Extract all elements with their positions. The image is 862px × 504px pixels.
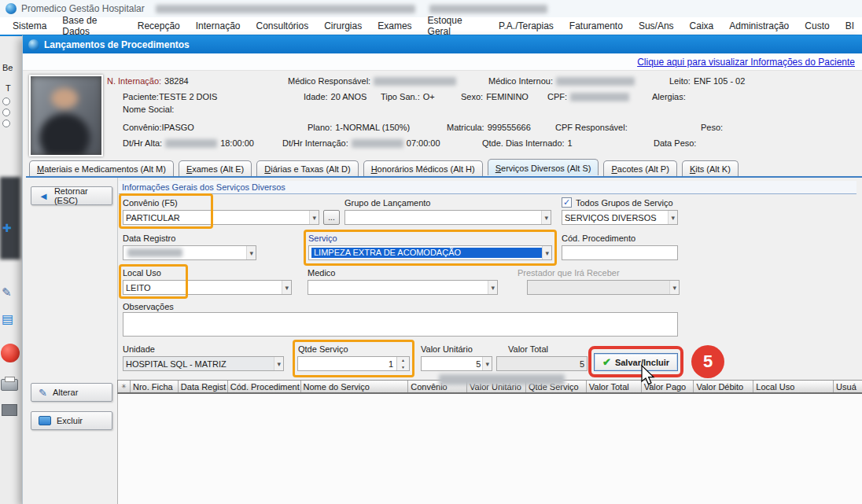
spin-up-icon[interactable]: ▲: [397, 357, 409, 364]
qtde-dias-field: Qtde. Dias Internado: 1: [482, 138, 573, 148]
radio-button-3[interactable]: [2, 120, 10, 127]
menu-exames[interactable]: Exames: [370, 18, 419, 34]
grid-col-local-uso[interactable]: Local Uso: [753, 381, 834, 392]
servico-combobox-value: LIMPEZA EXTRA DE ACOMODAÇÃO: [311, 248, 542, 258]
menu-custo[interactable]: Custo: [797, 18, 837, 34]
menu-sus-ans[interactable]: Sus/Ans: [631, 18, 682, 34]
prestador-label: Prestador que Irá Receber: [518, 268, 620, 278]
annotation-step-badge: 5: [691, 345, 724, 378]
valor-total-field: 5: [496, 356, 588, 371]
grid-col-valor-pago[interactable]: Valor Pago: [642, 381, 694, 392]
menu-pa-terapias[interactable]: P.A./Terapias: [491, 18, 562, 34]
redacted-data-registro: [127, 248, 182, 257]
convenio-combobox[interactable]: PARTICULAR: [123, 210, 319, 225]
grid-col-valor-total[interactable]: Valor Total: [587, 381, 642, 392]
alterar-label: Alterar: [53, 388, 78, 397]
valor-unitario-combobox[interactable]: 5: [421, 356, 492, 371]
window-logo-icon: [28, 39, 39, 50]
redacted-dthr-alta-date: [165, 139, 217, 148]
radio-button-1[interactable]: [2, 97, 10, 105]
leito-label: Leito:: [669, 76, 691, 86]
grid-col-nro-ficha[interactable]: Nro. Ficha: [131, 381, 179, 392]
servico-combobox[interactable]: LIMPEZA EXTRA DE ACOMODAÇÃO: [308, 245, 552, 260]
idade-label: Idade:: [304, 92, 328, 101]
spin-down-icon[interactable]: ▼: [397, 364, 409, 371]
group-title: Informações Gerais dos Serviços Diversos: [119, 181, 856, 194]
printer-icon[interactable]: [1, 379, 18, 391]
menu-consultorios[interactable]: Consultórios: [248, 18, 316, 34]
grid-col-data-regist[interactable]: Data Regist: [179, 381, 228, 392]
grupo-lancamento-combobox[interactable]: [344, 210, 551, 225]
arrow-left-icon: ◄: [39, 191, 49, 201]
excluir-button[interactable]: Excluir: [31, 411, 112, 430]
grid-col-nome-servico[interactable]: Nome do Serviço: [301, 381, 409, 392]
pencil-icon[interactable]: ✎: [2, 285, 12, 300]
tab-kits[interactable]: Kits (Alt K): [682, 160, 739, 176]
menu-cirurgias[interactable]: Cirurgias: [316, 18, 370, 34]
menu-bi[interactable]: BI: [838, 18, 862, 34]
radio-button-2[interactable]: [2, 109, 10, 116]
menu-faturamento[interactable]: Faturamento: [562, 18, 631, 34]
alterar-button[interactable]: ✎ Alterar: [31, 383, 112, 402]
qtde-dias-value: 1: [568, 138, 573, 148]
idade-field: Idade: 20 ANOS: [304, 92, 367, 101]
tab-servicos-diversos[interactable]: Serviços Diversos (Alt S): [488, 159, 599, 175]
convenio-f5-label: Convênio (F5): [123, 198, 178, 208]
plus-icon[interactable]: ✚: [2, 222, 12, 234]
dthr-internacao-field: Dt/Hr Internação: 07:00:00: [282, 138, 440, 148]
strip-small-icon[interactable]: [2, 404, 17, 416]
list-icon[interactable]: ▤: [2, 311, 13, 326]
data-registro-combobox[interactable]: [123, 245, 256, 260]
salvar-incluir-button[interactable]: ✔ Salvar/Incluir: [594, 353, 678, 371]
dthr-alta-time: 18:00:00: [220, 138, 254, 148]
unidade-combobox[interactable]: HOSPITAL SQL - MATRIZ: [123, 356, 284, 371]
qtde-servico-spinner[interactable]: 1 ▲ ▼: [297, 356, 410, 371]
plano-value: 1-NORMAL (150%): [335, 123, 410, 132]
menubar: Sistema Base de Dados Recepção Internaçã…: [0, 17, 862, 35]
cod-procedimento-input[interactable]: [562, 245, 678, 260]
cpf-responsavel-field: CPF Responsável:: [555, 123, 628, 132]
redacted-medico-responsavel: [374, 77, 456, 86]
observacoes-textarea[interactable]: [123, 312, 678, 337]
idade-value: 20 ANOS: [331, 92, 367, 101]
todos-grupos-checkbox-row: ✓ Todos Grupos de Serviço: [562, 197, 673, 208]
sexo-value: FEMININO: [486, 92, 529, 101]
medico-responsavel-label: Médico Responsável:: [288, 76, 370, 86]
patient-info-link[interactable]: Clique aqui para visualizar Informações …: [637, 57, 855, 68]
grid-col-valor-debito[interactable]: Valor Débito: [694, 381, 753, 392]
grid-col-usuario[interactable]: Usuá: [834, 381, 862, 392]
green-check-icon: ✔: [602, 357, 611, 367]
tab-materiais-medicamentos[interactable]: Materiais e Medicamentos (Alt M): [29, 160, 174, 176]
red-circle-icon[interactable]: [1, 344, 20, 362]
menu-recepcao[interactable]: Recepção: [130, 18, 188, 34]
menu-administracao[interactable]: Administração: [721, 18, 797, 34]
browse-button[interactable]: ...: [323, 210, 340, 225]
grid-col-cod-procediment[interactable]: Cód. Procediment: [228, 381, 301, 392]
menu-caixa[interactable]: Caixa: [682, 18, 722, 34]
medico-combobox[interactable]: [308, 280, 498, 295]
convenio-combobox-value: PARTICULAR: [126, 213, 309, 223]
tab-honorarios-medicos[interactable]: Honorários Médicos (Alt H): [363, 160, 483, 176]
tab-pacotes[interactable]: Pacotes (Alt P): [603, 160, 676, 176]
redacted-grid-patch: [439, 374, 565, 385]
tab-diarias-taxas[interactable]: Diárias e Taxas (Alt D): [256, 160, 358, 176]
matricula-label: Matricula:: [447, 123, 484, 132]
qtde-servico-value: 1: [298, 359, 396, 369]
strip-text-t: T: [6, 83, 11, 93]
strip-text-be: Be: [2, 63, 13, 72]
sexo-label: Sexo:: [461, 92, 483, 101]
pencil-icon: ✎: [39, 388, 47, 398]
local-uso-combobox[interactable]: LEITO: [123, 280, 292, 295]
redacted-cpf: [570, 93, 629, 101]
patient-photo: [29, 75, 103, 156]
medico-label: Medico: [308, 268, 335, 278]
menu-internacao[interactable]: Internação: [188, 18, 249, 34]
grupo-servico-combobox[interactable]: SERVIÇOS DIVERSOS: [562, 210, 678, 225]
todos-grupos-checkbox[interactable]: ✓: [562, 197, 572, 208]
tab-exames[interactable]: Exames (Alt E): [179, 160, 252, 176]
retornar-button[interactable]: ◄ Retornar (ESC): [31, 186, 112, 205]
matricula-value: 999555666: [488, 123, 531, 132]
grid-body[interactable]: [117, 394, 862, 504]
convenio-value: IPASGO: [162, 123, 194, 132]
menu-sistema[interactable]: Sistema: [5, 18, 54, 34]
